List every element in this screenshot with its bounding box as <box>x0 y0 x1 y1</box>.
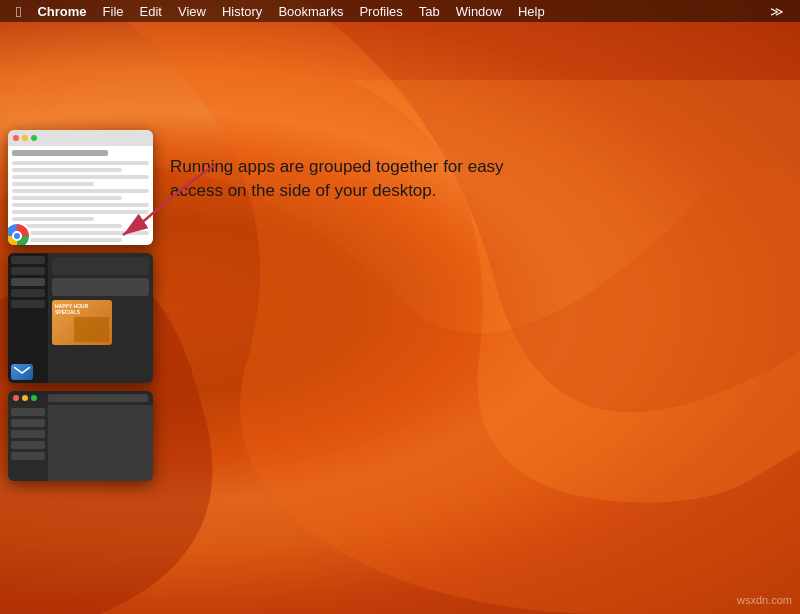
mail-content: HAPPY HOURSPECIALS <box>48 253 153 383</box>
menu-right-arrow[interactable]: ≫ <box>762 2 792 21</box>
annotation-arrow <box>105 145 225 249</box>
finder-tl-red <box>13 395 19 401</box>
apple-menu[interactable]:  <box>8 3 29 20</box>
chrome-app-icon <box>8 222 31 245</box>
desktop:  Chrome File Edit View History Bookmark… <box>0 0 800 614</box>
finder-tl-green <box>31 395 37 401</box>
mail-item-2 <box>52 278 149 296</box>
mail-item-1 <box>52 257 149 275</box>
mail-image-text: HAPPY HOURSPECIALS <box>55 303 88 315</box>
finder-content <box>88 405 96 481</box>
finder-sidebar-item-4 <box>11 441 45 449</box>
menu-help[interactable]: Help <box>510 2 553 21</box>
traffic-light-red <box>13 135 19 141</box>
app-thumbnail-mail[interactable]: HAPPY HOURSPECIALS <box>8 253 153 383</box>
doc-line-4 <box>12 182 94 186</box>
traffic-light-yellow <box>22 135 28 141</box>
finder-tl-yellow <box>22 395 28 401</box>
watermark: wsxdn.com <box>737 594 792 606</box>
menu-view[interactable]: View <box>170 2 214 21</box>
mail-app-icon <box>11 364 33 380</box>
finder-sidebar-item-3 <box>11 430 45 438</box>
chrome-titlebar <box>8 130 153 146</box>
menu-tab[interactable]: Tab <box>411 2 448 21</box>
mail-icon-shape <box>11 364 33 380</box>
menubar:  Chrome File Edit View History Bookmark… <box>0 0 800 22</box>
chrome-icon-center <box>12 231 22 241</box>
finder-sidebar-item-1 <box>11 408 45 416</box>
menu-history[interactable]: History <box>214 2 270 21</box>
finder-titlebar <box>8 391 153 405</box>
app-thumbnail-finder[interactable] <box>8 391 153 481</box>
chrome-icon-ring <box>8 222 31 245</box>
doc-line-9 <box>12 217 94 221</box>
menu-chrome[interactable]: Chrome <box>29 2 94 21</box>
mail-image: HAPPY HOURSPECIALS <box>52 300 112 345</box>
doc-title-line <box>12 150 108 156</box>
menu-file[interactable]: File <box>95 2 132 21</box>
traffic-light-green <box>31 135 37 141</box>
menu-window[interactable]: Window <box>448 2 510 21</box>
finder-sidebar-item-5 <box>11 452 45 460</box>
finder-sidebar-item-2 <box>11 419 45 427</box>
menu-profiles[interactable]: Profiles <box>351 2 410 21</box>
menu-edit[interactable]: Edit <box>132 2 170 21</box>
menu-bookmarks[interactable]: Bookmarks <box>270 2 351 21</box>
finder-sidebar <box>8 405 48 481</box>
